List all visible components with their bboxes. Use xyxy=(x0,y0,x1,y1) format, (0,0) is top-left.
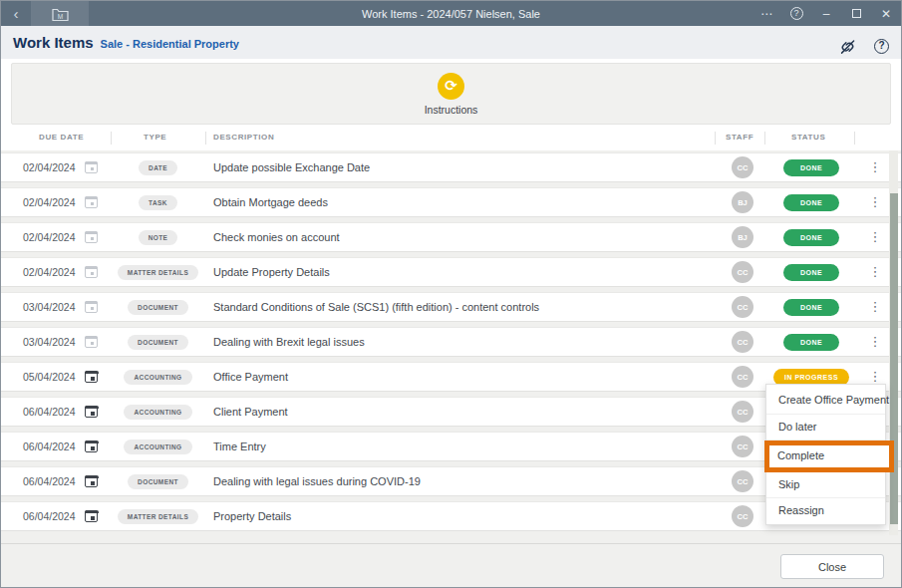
titlebar-help-button[interactable]: ? xyxy=(781,1,811,26)
page-header: Work Items Sale - Residential Property ? xyxy=(1,26,901,59)
menu-item-do-later[interactable]: Do later xyxy=(766,415,885,441)
matter-folder-tab: M xyxy=(31,1,89,26)
calendar-icon xyxy=(85,196,98,208)
type-badge: DATE xyxy=(139,160,177,175)
close-window-button[interactable]: ✕ xyxy=(871,1,901,26)
description: Office Payment xyxy=(213,363,288,391)
column-divider xyxy=(715,132,716,145)
staff-avatar: CC xyxy=(732,156,753,178)
scrollbar-thumb[interactable] xyxy=(890,193,898,524)
calendar-icon xyxy=(85,161,98,173)
due-date: 06/04/2024 xyxy=(23,467,76,495)
header-help-button[interactable]: ? xyxy=(874,39,889,54)
help-icon: ? xyxy=(790,7,803,20)
column-divider xyxy=(205,132,206,145)
type-badge: DOCUMENT xyxy=(128,474,188,489)
calendar-icon xyxy=(85,441,98,452)
type-badge: ACCOUNTING xyxy=(124,405,191,420)
description: Standard Conditions of Sale (SCS1) (fift… xyxy=(213,293,539,321)
row-menu-button[interactable]: ⋮ xyxy=(864,223,886,251)
description: Client Payment xyxy=(213,398,288,426)
type-badge: TASK xyxy=(139,195,177,210)
description: Dealing with Brexit legal issues xyxy=(213,328,365,356)
calendar-icon xyxy=(85,475,98,487)
maximize-button[interactable] xyxy=(841,1,871,26)
maximize-icon xyxy=(852,9,861,18)
instructions-button[interactable]: ⟳ Instructions xyxy=(11,63,891,125)
calendar-icon xyxy=(85,406,98,418)
staff-avatar: CC xyxy=(732,470,753,492)
description: Check monies on account xyxy=(213,223,340,251)
status-badge[interactable]: IN PROGRESS xyxy=(773,369,849,386)
help-circle-icon: ? xyxy=(874,39,889,54)
table-row[interactable]: 02/04/2024 MATTER DETAILS Update Propert… xyxy=(1,257,901,287)
type-badge: DOCUMENT xyxy=(128,300,188,315)
staff-avatar: CC xyxy=(732,366,753,388)
back-button[interactable]: ‹ xyxy=(1,1,31,26)
staff-avatar: CC xyxy=(732,261,753,283)
svg-text:M: M xyxy=(57,12,62,19)
row-menu-button[interactable]: ⋮ xyxy=(864,153,886,181)
work-items-window: ‹ M Work Items - 2024/057 Nielsen, Sale … xyxy=(0,0,902,588)
table-row[interactable]: 02/04/2024 TASK Obtain Mortgage deeds BJ… xyxy=(1,187,901,217)
matter-folder-icon: M xyxy=(52,7,69,21)
due-date: 06/04/2024 xyxy=(23,398,76,426)
row-menu-button[interactable]: ⋮ xyxy=(864,293,886,321)
description: Obtain Mortgage deeds xyxy=(213,188,328,216)
description: Property Details xyxy=(213,502,291,530)
type-badge: MATTER DETAILS xyxy=(118,265,198,280)
status-badge[interactable]: DONE xyxy=(783,229,839,246)
menu-item-create-office-payment[interactable]: Create Office Payment xyxy=(766,385,885,415)
type-badge: ACCOUNTING xyxy=(124,370,191,385)
unlink-icon xyxy=(838,38,857,56)
staff-avatar: CC xyxy=(732,505,753,527)
calendar-icon xyxy=(85,301,98,313)
table-row[interactable]: 02/04/2024 NOTE Check monies on account … xyxy=(1,222,901,252)
description: Update possible Exchange Date xyxy=(213,153,370,181)
page-title: Work Items xyxy=(13,34,94,51)
status-badge[interactable]: DONE xyxy=(783,264,839,281)
due-date: 03/04/2024 xyxy=(23,328,76,356)
menu-item-skip[interactable]: Skip xyxy=(766,472,885,498)
due-date: 02/04/2024 xyxy=(23,188,76,216)
column-header-description: DESCRIPTION xyxy=(213,133,274,142)
calendar-icon xyxy=(85,371,98,383)
due-date: 02/04/2024 xyxy=(23,153,76,181)
column-header-staff: STAFF xyxy=(726,133,753,142)
table-row[interactable]: 03/04/2024 DOCUMENT Dealing with Brexit … xyxy=(1,327,901,357)
type-badge: MATTER DETAILS xyxy=(118,509,198,524)
due-date: 03/04/2024 xyxy=(23,293,76,321)
menu-item-complete[interactable]: Complete xyxy=(764,441,894,472)
menu-item-reassign[interactable]: Reassign xyxy=(766,498,885,524)
calendar-icon xyxy=(85,266,98,278)
description: Time Entry xyxy=(213,433,266,460)
staff-avatar: CC xyxy=(732,401,753,423)
table-row[interactable]: 03/04/2024 DOCUMENT Standard Conditions … xyxy=(1,292,901,322)
table-header: DUE DATE TYPE DESCRIPTION STAFF STATUS xyxy=(1,128,901,150)
row-menu-button[interactable]: ⋮ xyxy=(864,188,886,216)
due-date: 06/04/2024 xyxy=(23,502,76,530)
calendar-icon xyxy=(85,231,98,243)
calendar-icon xyxy=(85,336,98,348)
due-date: 05/04/2024 xyxy=(23,363,76,391)
unlink-toggle-button[interactable] xyxy=(838,38,857,56)
column-header-status: STATUS xyxy=(791,133,825,142)
staff-avatar: BJ xyxy=(732,226,753,248)
row-menu-button[interactable]: ⋮ xyxy=(864,258,886,286)
status-badge[interactable]: DONE xyxy=(783,194,839,211)
staff-avatar: CC xyxy=(732,331,753,353)
type-badge: NOTE xyxy=(139,230,178,245)
status-badge[interactable]: DONE xyxy=(783,159,839,176)
column-header-due-date: DUE DATE xyxy=(39,133,84,142)
type-badge: ACCOUNTING xyxy=(124,440,191,454)
status-badge[interactable]: DONE xyxy=(783,334,839,351)
instructions-icon: ⟳ xyxy=(438,73,464,100)
due-date: 02/04/2024 xyxy=(23,258,76,286)
more-options-button[interactable]: ⋯ xyxy=(752,1,781,26)
row-menu-button[interactable]: ⋮ xyxy=(864,328,886,356)
status-badge[interactable]: DONE xyxy=(783,299,839,316)
minimize-button[interactable]: – xyxy=(811,1,841,26)
table-row[interactable]: 02/04/2024 DATE Update possible Exchange… xyxy=(1,152,901,182)
close-button[interactable]: Close xyxy=(780,554,884,579)
staff-avatar: CC xyxy=(732,296,753,318)
